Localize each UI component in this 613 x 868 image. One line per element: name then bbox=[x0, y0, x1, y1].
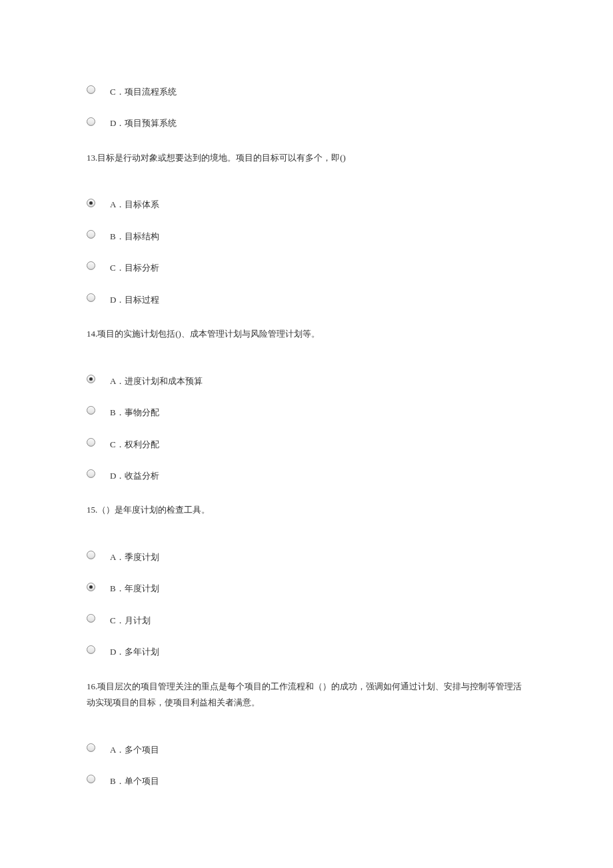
radio-icon[interactable] bbox=[87, 551, 95, 559]
radio-icon[interactable] bbox=[87, 775, 95, 783]
question-text: 13.目标是行动对象或想要达到的境地。项目的目标可以有多个，即() bbox=[87, 150, 526, 167]
question-16: 16.项目层次的项目管理关注的重点是每个项目的工作流程和（）的成功，强调如何通过… bbox=[87, 679, 526, 789]
radio-icon[interactable] bbox=[87, 85, 95, 94]
orphan-options-group: C．项目流程系统 D．项目预算系统 bbox=[87, 80, 526, 131]
radio-icon[interactable] bbox=[87, 438, 95, 447]
option-label: B．事物分配 bbox=[110, 401, 159, 420]
option-row: A．目标体系 bbox=[87, 193, 526, 212]
option-row: A．季度计划 bbox=[87, 545, 526, 565]
option-label: D．目标过程 bbox=[110, 288, 159, 307]
radio-icon[interactable] bbox=[87, 261, 95, 270]
option-label: D．多年计划 bbox=[110, 640, 159, 659]
radio-icon[interactable] bbox=[87, 293, 95, 302]
radio-icon[interactable] bbox=[87, 583, 95, 591]
question-14: 14.项目的实施计划包括()、成本管理计划与风险管理计划等。 A．进度计划和成本… bbox=[87, 326, 526, 483]
option-row: A．进度计划和成本预算 bbox=[87, 369, 526, 389]
radio-icon[interactable] bbox=[87, 743, 95, 752]
question-text: 14.项目的实施计划包括()、成本管理计划与风险管理计划等。 bbox=[87, 326, 526, 343]
option-row: A．多个项目 bbox=[87, 738, 526, 757]
option-row: B．事物分配 bbox=[87, 401, 526, 420]
option-row: B．年度计划 bbox=[87, 577, 526, 596]
radio-icon[interactable] bbox=[87, 614, 95, 623]
radio-icon[interactable] bbox=[87, 375, 95, 383]
option-row: C．权利分配 bbox=[87, 433, 526, 452]
option-row: D．项目预算系统 bbox=[87, 111, 526, 131]
option-label: A．进度计划和成本预算 bbox=[110, 369, 203, 389]
option-row: D．收益分析 bbox=[87, 464, 526, 483]
option-row: C．月计划 bbox=[87, 609, 526, 628]
option-row: B．目标结构 bbox=[87, 225, 526, 244]
radio-icon[interactable] bbox=[87, 645, 95, 654]
option-label: A．目标体系 bbox=[110, 193, 159, 212]
question-text: 15.（）是年度计划的检查工具。 bbox=[87, 502, 526, 519]
question-13: 13.目标是行动对象或想要达到的境地。项目的目标可以有多个，即() A．目标体系… bbox=[87, 150, 526, 307]
option-row: B．单个项目 bbox=[87, 769, 526, 789]
option-row: C．项目流程系统 bbox=[87, 80, 526, 99]
question-text: 16.项目层次的项目管理关注的重点是每个项目的工作流程和（）的成功，强调如何通过… bbox=[87, 679, 526, 711]
option-label: D．收益分析 bbox=[110, 464, 159, 483]
radio-icon[interactable] bbox=[87, 469, 95, 478]
option-label: B．年度计划 bbox=[110, 577, 159, 596]
option-label: C．目标分析 bbox=[110, 256, 159, 275]
option-label: C．权利分配 bbox=[110, 433, 159, 452]
option-label: C．月计划 bbox=[110, 609, 151, 628]
radio-icon[interactable] bbox=[87, 406, 95, 415]
option-label: B．单个项目 bbox=[110, 769, 159, 789]
radio-icon[interactable] bbox=[87, 199, 95, 207]
option-row: C．目标分析 bbox=[87, 256, 526, 275]
option-label: C．项目流程系统 bbox=[110, 80, 177, 99]
option-row: D．多年计划 bbox=[87, 640, 526, 659]
option-label: A．季度计划 bbox=[110, 545, 159, 565]
option-label: B．目标结构 bbox=[110, 225, 159, 244]
radio-icon[interactable] bbox=[87, 117, 95, 126]
option-label: D．项目预算系统 bbox=[110, 111, 177, 131]
option-label: A．多个项目 bbox=[110, 738, 159, 757]
option-row: D．目标过程 bbox=[87, 288, 526, 307]
radio-icon[interactable] bbox=[87, 230, 95, 239]
question-15: 15.（）是年度计划的检查工具。 A．季度计划 B．年度计划 C．月计划 D．多… bbox=[87, 502, 526, 659]
